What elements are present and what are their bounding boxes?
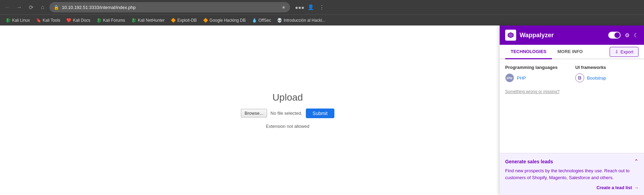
- bookmark-kali-tools[interactable]: 🔖 Kali Tools: [33, 17, 63, 24]
- bookmark-label: Introducción al Hacki...: [284, 18, 325, 23]
- programming-languages-title: Programming languages: [505, 65, 568, 70]
- leads-description: Find new prospects by the technologies t…: [505, 167, 639, 181]
- wappalyzer-brand: Wappalyzer: [520, 32, 605, 39]
- upload-controls: Browse... No file selected. Submit: [241, 109, 334, 118]
- tab-more-info[interactable]: MORE INFO: [552, 45, 588, 59]
- forward-button[interactable]: →: [14, 2, 24, 12]
- bookmark-google-hacking[interactable]: 🔶 Google Hacking DB: [200, 17, 248, 24]
- tab-technologies[interactable]: TECHNOLOGIES: [505, 45, 552, 59]
- bookmark-favicon: ❤️: [66, 18, 71, 23]
- settings-icon[interactable]: ⚙: [625, 32, 630, 39]
- create-lead-list-button[interactable]: Create a lead list →: [505, 185, 639, 190]
- bookmark-label: Google Hacking DB: [210, 18, 246, 23]
- arrow-right-icon: →: [634, 185, 639, 190]
- wappalyzer-content: Programming languages php PHP UI framewo…: [500, 59, 644, 153]
- programming-languages-column: Programming languages php PHP: [505, 65, 568, 82]
- back-button[interactable]: ←: [3, 2, 12, 12]
- bookmark-favicon: 🔶: [203, 18, 208, 23]
- leads-header: Generate sales leads ⌃: [505, 158, 639, 165]
- bookmark-favicon: 🐉: [97, 18, 102, 23]
- ui-frameworks-title: UI frameworks: [575, 65, 639, 70]
- bookmark-offsec[interactable]: 💧 OffSec: [249, 17, 274, 24]
- star-icon: ★: [281, 4, 286, 10]
- export-button[interactable]: ⇩ Export: [610, 47, 639, 57]
- bookmark-favicon: 💀: [277, 18, 282, 23]
- php-logo: php: [505, 73, 514, 82]
- browser-toolbar: ← → ⟳ ⌂ 🔒 10.10.192.51:3333/internal/ind…: [0, 0, 644, 14]
- bookmark-favicon: 🐉: [131, 18, 136, 23]
- upload-title: Upload: [273, 92, 303, 103]
- extension-error: Extension not allowed: [266, 124, 309, 129]
- moon-icon[interactable]: ☾: [634, 32, 639, 39]
- bookmark-kali-docs[interactable]: ❤️ Kali Docs: [64, 17, 93, 24]
- leads-title: Generate sales leads: [505, 159, 553, 164]
- bookmark-favicon: 🔖: [36, 18, 41, 23]
- no-file-text: No file selected.: [270, 111, 302, 116]
- export-label: Export: [620, 49, 633, 54]
- export-icon: ⇩: [615, 49, 619, 54]
- leads-chevron-icon[interactable]: ⌃: [634, 158, 639, 165]
- tech-columns: Programming languages php PHP UI framewo…: [505, 65, 639, 82]
- wappalyzer-panel: Wappalyzer ⚙ ☾ TECHNOLOGIES MORE INFO ⇩ …: [500, 25, 644, 195]
- bootstrap-link[interactable]: Bootstrap: [587, 75, 606, 81]
- bootstrap-logo: B: [575, 73, 584, 82]
- php-link[interactable]: PHP: [517, 75, 526, 81]
- wappalyzer-header-actions: ⚙ ☾: [608, 32, 639, 39]
- url-text: 10.10.192.51:3333/internal/index.php: [62, 5, 279, 10]
- menu-button[interactable]: ⋮: [317, 2, 326, 12]
- lock-icon: 🔒: [54, 5, 59, 10]
- php-tech-item: php PHP: [505, 73, 568, 82]
- upload-section: Upload Browse... No file selected. Submi…: [241, 92, 334, 129]
- bookmark-label: Kali Docs: [73, 18, 90, 23]
- wappalyzer-toggle[interactable]: [608, 32, 621, 39]
- bookmark-kali-forums[interactable]: 🐉 Kali Forums: [94, 17, 128, 24]
- bookmark-favicon: 🔶: [171, 18, 176, 23]
- profile-button[interactable]: 👤: [306, 2, 315, 12]
- browser-chrome: ← → ⟳ ⌂ 🔒 10.10.192.51:3333/internal/ind…: [0, 0, 644, 25]
- bookmark-introduccion[interactable]: 💀 Introducción al Hacki...: [274, 17, 328, 24]
- wappalyzer-tabs: TECHNOLOGIES MORE INFO ⇩ Export: [500, 45, 644, 59]
- bookmark-label: OffSec: [258, 18, 271, 23]
- bookmark-kali-linux[interactable]: 🐉 Kali Linux: [3, 17, 33, 24]
- bookmark-kali-nethunter[interactable]: 🐉 Kali NetHunter: [129, 17, 167, 24]
- bookmarks-bar: 🐉 Kali Linux 🔖 Kali Tools ❤️ Kali Docs 🐉…: [0, 14, 644, 25]
- bookmark-label: Kali Tools: [43, 18, 60, 23]
- browser-actions: ●●● 👤 ⋮: [295, 2, 326, 12]
- wappalyzer-logo: [505, 30, 516, 41]
- bootstrap-tech-item: B Bootstrap: [575, 73, 639, 82]
- sales-leads-section: Generate sales leads ⌃ Find new prospect…: [500, 153, 644, 195]
- bookmark-label: Kali NetHunter: [138, 18, 165, 23]
- missing-link[interactable]: Something wrong or missing?: [505, 89, 639, 94]
- submit-button[interactable]: Submit: [306, 109, 335, 118]
- bookmark-label: Kali Linux: [12, 18, 30, 23]
- reload-button[interactable]: ⟳: [26, 2, 36, 12]
- bookmark-favicon: 🐉: [5, 18, 11, 23]
- bookmark-label: Kali Forums: [103, 18, 125, 23]
- bookmark-label: Exploit-DB: [177, 18, 197, 23]
- bookmark-exploit-db[interactable]: 🔶 Exploit-DB: [168, 17, 200, 24]
- page-area: Upload Browse... No file selected. Submi…: [0, 25, 644, 195]
- ui-frameworks-column: UI frameworks B Bootstrap: [575, 65, 639, 82]
- create-lead-list-label: Create a lead list: [597, 185, 632, 190]
- extensions-button[interactable]: ●●●: [295, 2, 304, 12]
- wappalyzer-header: Wappalyzer ⚙ ☾: [500, 25, 644, 45]
- browse-button[interactable]: Browse...: [241, 109, 267, 117]
- bookmark-favicon: 💧: [252, 18, 257, 23]
- home-button[interactable]: ⌂: [38, 2, 47, 12]
- address-bar[interactable]: 🔒 10.10.192.51:3333/internal/index.php ★: [49, 2, 290, 12]
